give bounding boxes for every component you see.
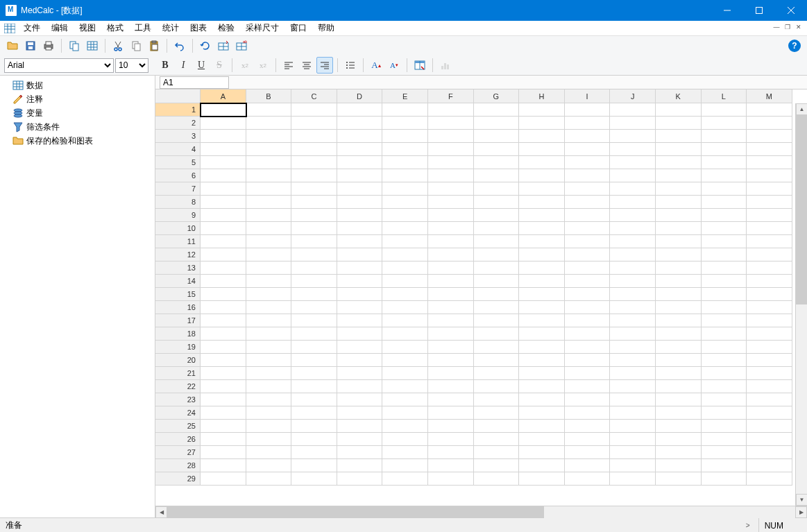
cell-D4[interactable] <box>337 143 383 156</box>
cell-A13[interactable] <box>201 261 246 275</box>
row-header-19[interactable]: 19 <box>155 341 201 354</box>
scroll-down-icon[interactable]: ▼ <box>796 494 807 506</box>
cell-L18[interactable] <box>702 327 747 341</box>
cell-C4[interactable] <box>291 143 337 156</box>
row-header-28[interactable]: 28 <box>155 459 201 472</box>
cell-C16[interactable] <box>291 301 337 314</box>
cell-H29[interactable] <box>519 472 565 486</box>
scroll-right-icon[interactable]: ▶ <box>795 506 807 518</box>
cell-M17[interactable] <box>747 314 792 327</box>
cell-I1[interactable] <box>565 103 611 117</box>
row-header-11[interactable]: 11 <box>155 235 201 248</box>
cell-D13[interactable] <box>337 261 383 275</box>
cell-L4[interactable] <box>702 143 747 156</box>
cell-B29[interactable] <box>246 472 292 486</box>
mdi-close-button[interactable]: ✕ <box>793 22 804 32</box>
menu-7[interactable]: 检验 <box>212 21 240 35</box>
cell-C14[interactable] <box>291 275 337 288</box>
cell-B22[interactable] <box>246 380 292 393</box>
cell-B12[interactable] <box>246 248 292 261</box>
cell-J22[interactable] <box>610 380 656 393</box>
cell-M24[interactable] <box>747 406 792 420</box>
cell-J21[interactable] <box>610 367 656 380</box>
cell-L22[interactable] <box>702 380 747 393</box>
cell-H28[interactable] <box>519 459 565 472</box>
cell-L13[interactable] <box>702 261 747 275</box>
cell-I9[interactable] <box>565 209 611 222</box>
cell-D24[interactable] <box>337 406 383 420</box>
cell-L3[interactable] <box>702 130 747 143</box>
cell-B9[interactable] <box>246 209 292 222</box>
cell-B5[interactable] <box>246 156 292 169</box>
cell-L11[interactable] <box>702 235 747 248</box>
cell-C3[interactable] <box>291 130 337 143</box>
maximize-button[interactable] <box>743 0 775 21</box>
cell-A14[interactable] <box>201 275 246 288</box>
cell-F8[interactable] <box>428 196 474 209</box>
cell-C19[interactable] <box>291 341 337 354</box>
row-header-6[interactable]: 6 <box>155 169 201 182</box>
cell-B14[interactable] <box>246 275 292 288</box>
cell-M28[interactable] <box>747 459 792 472</box>
cell-M20[interactable] <box>747 354 792 367</box>
cell-M16[interactable] <box>747 301 792 314</box>
cell-F21[interactable] <box>428 367 474 380</box>
col-header-D[interactable]: D <box>337 89 383 103</box>
cell-I19[interactable] <box>565 341 611 354</box>
cell-G11[interactable] <box>474 235 520 248</box>
row-header-20[interactable]: 20 <box>155 354 201 367</box>
cell-I21[interactable] <box>565 367 611 380</box>
cell-F9[interactable] <box>428 209 474 222</box>
cell-H6[interactable] <box>519 169 565 182</box>
cell-G1[interactable] <box>474 103 520 117</box>
format-table-button[interactable] <box>411 57 428 74</box>
cell-M22[interactable] <box>747 380 792 393</box>
cell-A21[interactable] <box>201 367 246 380</box>
mdi-minimize-button[interactable]: — <box>771 22 782 32</box>
cell-G12[interactable] <box>474 248 520 261</box>
cell-M21[interactable] <box>747 367 792 380</box>
cut-button[interactable] <box>110 37 126 54</box>
cell-K11[interactable] <box>656 235 702 248</box>
cell-F29[interactable] <box>428 472 474 486</box>
row-header-2[interactable]: 2 <box>155 117 201 130</box>
cell-K13[interactable] <box>656 261 702 275</box>
cell-E28[interactable] <box>382 459 428 472</box>
cell-D10[interactable] <box>337 222 383 235</box>
cell-D19[interactable] <box>337 341 383 354</box>
cell-C10[interactable] <box>291 222 337 235</box>
cell-C12[interactable] <box>291 248 337 261</box>
cell-J23[interactable] <box>610 393 656 406</box>
cell-L17[interactable] <box>702 314 747 327</box>
row-header-24[interactable]: 24 <box>155 406 201 420</box>
cell-J14[interactable] <box>610 275 656 288</box>
cell-I4[interactable] <box>565 143 611 156</box>
col-header-F[interactable]: F <box>428 89 474 103</box>
cell-D17[interactable] <box>337 314 383 327</box>
cell-L9[interactable] <box>702 209 747 222</box>
cell-A3[interactable] <box>201 130 246 143</box>
cell-F12[interactable] <box>428 248 474 261</box>
cell-E15[interactable] <box>382 288 428 301</box>
cell-F13[interactable] <box>428 261 474 275</box>
cell-E2[interactable] <box>382 117 428 130</box>
cell-M1[interactable] <box>747 103 792 117</box>
cell-E29[interactable] <box>382 472 428 486</box>
cell-I11[interactable] <box>565 235 611 248</box>
cell-D7[interactable] <box>337 182 383 196</box>
cell-M8[interactable] <box>747 196 792 209</box>
cell-K12[interactable] <box>656 248 702 261</box>
cell-D15[interactable] <box>337 288 383 301</box>
cell-B23[interactable] <box>246 393 292 406</box>
cell-B27[interactable] <box>246 446 292 459</box>
cell-A28[interactable] <box>201 459 246 472</box>
cell-G18[interactable] <box>474 327 520 341</box>
cell-B2[interactable] <box>246 117 292 130</box>
cell-I16[interactable] <box>565 301 611 314</box>
cell-C29[interactable] <box>291 472 337 486</box>
cell-F25[interactable] <box>428 420 474 433</box>
cell-B6[interactable] <box>246 169 292 182</box>
font-size-select[interactable]: 10 <box>115 58 148 73</box>
cell-D1[interactable] <box>337 103 383 117</box>
cell-J2[interactable] <box>610 117 656 130</box>
